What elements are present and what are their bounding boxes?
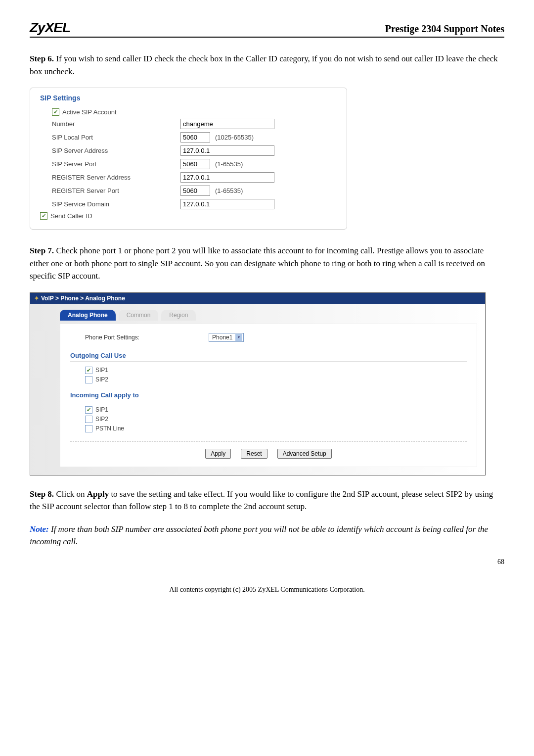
server-addr-input[interactable] [180, 145, 274, 156]
step-6-lead: Step 6. [30, 54, 54, 63]
apply-button[interactable]: Apply [205, 449, 231, 459]
server-port-label: SIP Server Port [52, 160, 180, 168]
reset-button[interactable]: Reset [241, 449, 267, 459]
tab-region[interactable]: Region [161, 310, 196, 321]
incoming-sip1-label: SIP1 [95, 406, 108, 413]
phone-port-value: Phone1 [212, 334, 232, 341]
step-7-paragraph: Step 7. Check phone port 1 or phone port… [30, 244, 504, 283]
sip-settings-panel: SIP Settings ✔ Active SIP Account Number… [30, 88, 347, 230]
step-6-text: If you wish to send caller ID check the … [30, 54, 498, 76]
outgoing-sip2-checkbox[interactable] [85, 376, 92, 383]
voip-breadcrumb: ✦VoIP > Phone > Analog Phone [30, 293, 485, 304]
chevron-down-icon: ▾ [235, 334, 242, 341]
server-addr-label: SIP Server Address [52, 147, 180, 154]
outgoing-sip1-checkbox[interactable]: ✔ [85, 367, 92, 374]
page-number: 68 [30, 558, 504, 566]
phone-port-select[interactable]: Phone1 ▾ [209, 333, 244, 342]
note-paragraph: Note: If more than both SIP number are a… [30, 523, 504, 548]
outgoing-sip2-label: SIP2 [95, 376, 108, 383]
number-label: Number [52, 120, 180, 128]
note-text: If more than both SIP number are associa… [30, 524, 488, 547]
reg-port-input[interactable] [180, 186, 210, 196]
service-domain-label: SIP Service Domain [52, 200, 180, 208]
server-port-range: (1-65535) [215, 160, 243, 168]
active-sip-label: Active SIP Account [62, 108, 117, 116]
tab-analog-phone[interactable]: Analog Phone [60, 310, 116, 321]
step-7-lead: Step 7. [30, 246, 54, 255]
incoming-sip2-checkbox[interactable] [85, 416, 92, 423]
incoming-pstn-label: PSTN Line [95, 425, 124, 432]
local-port-input[interactable] [180, 132, 210, 142]
reg-port-label: REGISTER Server Port [52, 187, 180, 194]
send-caller-label: Send Caller ID [50, 212, 92, 220]
voip-panel: ✦VoIP > Phone > Analog Phone Analog Phon… [30, 292, 486, 475]
step-6-paragraph: Step 6. If you wish to send caller ID ch… [30, 52, 504, 78]
reg-addr-input[interactable] [180, 172, 274, 183]
step-8-paragraph: Step 8. Click on Apply to save the setti… [30, 488, 504, 513]
number-input[interactable] [180, 119, 274, 129]
send-caller-checkbox[interactable]: ✔ [40, 212, 47, 220]
note-lead: Note: [30, 524, 49, 534]
advanced-setup-button[interactable]: Advanced Setup [277, 449, 332, 459]
incoming-head: Incoming Call apply to [70, 387, 467, 401]
document-title: Prestige 2304 Support Notes [385, 23, 504, 35]
phone-port-settings-label: Phone Port Settings: [85, 334, 139, 341]
reg-addr-label: REGISTER Server Address [52, 174, 180, 181]
step-8-text-a: Click on [54, 489, 87, 499]
incoming-sip2-label: SIP2 [95, 416, 108, 423]
tab-strip: Analog Phone Common Region [60, 310, 477, 321]
active-sip-checkbox[interactable]: ✔ [52, 108, 59, 116]
reg-port-range: (1-65535) [215, 187, 243, 194]
step-8-lead: Step 8. [30, 489, 54, 499]
incoming-pstn-checkbox[interactable] [85, 425, 92, 432]
step-7-text: Check phone port 1 or phone port 2 you w… [30, 246, 485, 281]
brand-logo: ZyXEL [30, 20, 70, 36]
server-port-input[interactable] [180, 159, 210, 169]
service-domain-input[interactable] [180, 199, 274, 209]
step-8-apply: Apply [87, 489, 109, 499]
sip-settings-heading: SIP Settings [40, 94, 337, 102]
tab-common[interactable]: Common [119, 310, 159, 321]
incoming-sip1-checkbox[interactable]: ✔ [85, 406, 92, 414]
outgoing-head: Outgoing Call Use [70, 348, 467, 362]
star-icon: ✦ [34, 295, 39, 302]
copyright-footer: All contents copyright (c) 2005 ZyXEL Co… [30, 586, 504, 594]
local-port-label: SIP Local Port [52, 134, 180, 141]
local-port-range: (1025-65535) [215, 134, 254, 141]
outgoing-sip1-label: SIP1 [95, 367, 108, 374]
